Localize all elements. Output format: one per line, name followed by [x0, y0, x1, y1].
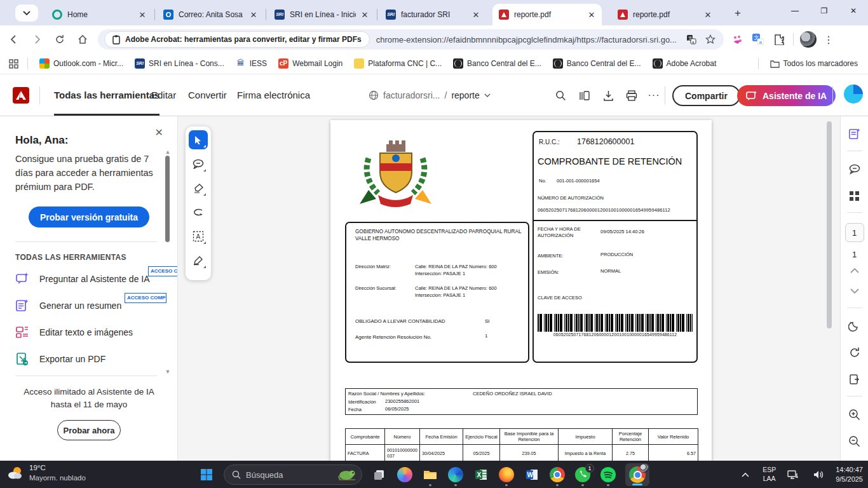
bookmark-banco-central-2[interactable]: Banco Central del E... [553, 58, 641, 69]
previous-page-icon[interactable] [846, 262, 864, 280]
spotify-button[interactable] [600, 466, 616, 483]
tab-close-icon[interactable]: ✕ [587, 10, 597, 20]
language-indicator[interactable]: ESP LAA [763, 466, 776, 483]
select-tool-button[interactable] [189, 130, 208, 149]
tab-close-icon[interactable]: ✕ [137, 10, 147, 20]
current-page-input[interactable]: 1 [845, 223, 864, 242]
ai-assistant-button[interactable]: Asistente de IA [737, 85, 836, 106]
all-bookmarks-button[interactable]: Todos los marcadores [770, 59, 858, 68]
rotate-page-icon[interactable] [846, 344, 864, 362]
taskbar-search[interactable]: Búsqueda [224, 464, 362, 485]
menu-convertir[interactable]: Convertir [188, 74, 227, 116]
bookmark-sri[interactable]: SRISRI en Línea - Cons... [135, 58, 224, 69]
try-now-button[interactable]: Probar ahora [57, 420, 121, 440]
bookmark-adobe-acrobat[interactable]: Adobe Acrobat [653, 58, 717, 69]
maximize-button[interactable]: ❐ [810, 0, 839, 22]
chrome-button[interactable] [549, 466, 566, 483]
close-button[interactable]: ✕ [839, 0, 868, 22]
file-explorer-button[interactable] [422, 466, 438, 483]
document-breadcrumb[interactable]: facturadorsri... / reporte [369, 74, 491, 116]
thumbnails-grid-icon[interactable] [846, 187, 864, 205]
adobe-acrobat-logo[interactable] [13, 87, 29, 104]
bookmark-cnc[interactable]: Plataforma CNC | C... [354, 58, 442, 69]
chrome-active-window-button[interactable] [625, 463, 649, 486]
bookmark-iess[interactable]: 🏛IESS [236, 58, 267, 69]
extract-page-icon[interactable] [846, 370, 864, 388]
pdf-page[interactable]: GOBIERNO AUTONOMO DESCENTRALIZADO PARROQ… [330, 120, 712, 461]
back-icon[interactable] [5, 30, 23, 48]
firefox-button[interactable] [498, 466, 515, 483]
start-button[interactable] [198, 466, 215, 483]
menu-editar[interactable]: Editar [151, 74, 176, 116]
network-icon[interactable] [785, 466, 801, 483]
tool-editar-texto[interactable]: Editar texto e imágenes [15, 323, 178, 342]
url-text[interactable]: chrome-extension://efaidnbmnnnibpcajpcgl… [376, 35, 679, 44]
adobe-account-avatar[interactable] [844, 85, 863, 104]
bookmark-outlook[interactable]: Outlook.com - Micr... [39, 58, 123, 69]
edge-button[interactable] [447, 466, 464, 483]
close-panel-icon[interactable]: ✕ [155, 126, 163, 139]
ai-summary-icon[interactable] [846, 125, 864, 143]
hidden-icons-chevron[interactable] [737, 466, 754, 483]
extension-pink-icon[interactable] [729, 32, 745, 47]
clock-widget[interactable]: 14:40:47 9/5/2025 [836, 465, 863, 484]
tab-sri-en-linea[interactable]: SRI SRI en Línea - Inicio ✕ [268, 4, 375, 25]
copilot-button[interactable] [397, 466, 413, 483]
translate-icon[interactable]: 文a [684, 32, 698, 46]
tab-close-icon[interactable]: ✕ [471, 10, 481, 20]
tab-home[interactable]: Home ✕ [46, 4, 153, 25]
print-icon[interactable] [623, 86, 641, 104]
forward-icon[interactable] [28, 30, 46, 48]
weather-widget[interactable]: 19°C Mayorm. nublado [6, 463, 86, 483]
tab-close-icon[interactable]: ✕ [360, 10, 370, 20]
home-icon[interactable] [74, 30, 92, 48]
page-thumbnails-icon[interactable] [576, 86, 593, 104]
site-info-chip[interactable]: Adobe Acrobat: herramientas para convert… [104, 31, 370, 48]
bookmark-star-icon[interactable] [703, 32, 717, 46]
tab-close-icon[interactable]: ✕ [703, 10, 713, 20]
document-scrollbar-thumb[interactable] [827, 121, 832, 329]
tab-reporte-pdf-2[interactable]: reporte.pdf ✕ [611, 4, 718, 25]
highlight-tool-button[interactable] [189, 179, 208, 198]
zoom-in-icon[interactable] [846, 405, 864, 423]
lasso-tool-button[interactable] [189, 203, 208, 222]
reload-icon[interactable] [51, 30, 69, 48]
menu-todas-las-herramientas[interactable]: Todas las herramientas [54, 74, 159, 116]
share-button[interactable]: Compartir [672, 85, 740, 106]
download-icon[interactable] [599, 86, 617, 104]
tool-exportar-pdf[interactable]: Exportar un PDF [15, 349, 178, 369]
signature-tool-button[interactable] [189, 251, 208, 270]
menu-firma-electronica[interactable]: Firma electrónica [237, 74, 310, 116]
comment-tool-button[interactable] [189, 154, 208, 173]
extensions-puzzle-icon[interactable] [771, 32, 787, 47]
bookmark-webmail[interactable]: cPWebmail Login [278, 58, 342, 69]
zoom-out-icon[interactable] [846, 432, 864, 450]
browser-menu-icon[interactable]: ⋮ [822, 32, 836, 46]
tab-correo[interactable]: O Correo: Anita Sosa - O ✕ [157, 4, 264, 25]
more-options-icon[interactable]: ··· [645, 86, 663, 104]
whatsapp-button[interactable]: 1 [574, 466, 591, 483]
tab-facturador-sri[interactable]: SRI facturador SRI ✕ [379, 4, 486, 25]
minimize-button[interactable]: — [780, 0, 810, 22]
bookmark-banco-central-1[interactable]: Banco Central del E... [453, 58, 541, 69]
profile-avatar[interactable] [800, 31, 817, 48]
free-trial-button[interactable]: Probar versión gratuita [29, 207, 149, 227]
excel-button[interactable]: X [473, 466, 489, 483]
scroll-up-icon[interactable]: ▲ [165, 149, 171, 154]
volume-icon[interactable] [810, 466, 827, 483]
tab-reporte-pdf-active[interactable]: reporte.pdf ✕ [492, 4, 602, 25]
search-icon[interactable] [552, 86, 569, 104]
next-page-icon[interactable] [846, 282, 864, 300]
panel-scrollbar-thumb[interactable] [165, 156, 170, 242]
dark-mode-icon[interactable] [846, 317, 864, 335]
comments-panel-icon[interactable] [846, 160, 864, 178]
select-text-tool-button[interactable]: A [189, 227, 208, 246]
omnibox[interactable]: Adobe Acrobat: herramientas para convert… [98, 29, 724, 50]
task-view-button[interactable] [371, 466, 388, 483]
google-translate-icon[interactable]: 文a [750, 32, 766, 47]
scroll-down-icon[interactable]: ▼ [165, 369, 171, 374]
new-tab-button[interactable]: + [731, 6, 745, 20]
word-button[interactable]: W [524, 466, 540, 483]
tab-search-button[interactable] [15, 4, 38, 22]
tab-close-icon[interactable]: ✕ [248, 10, 259, 20]
